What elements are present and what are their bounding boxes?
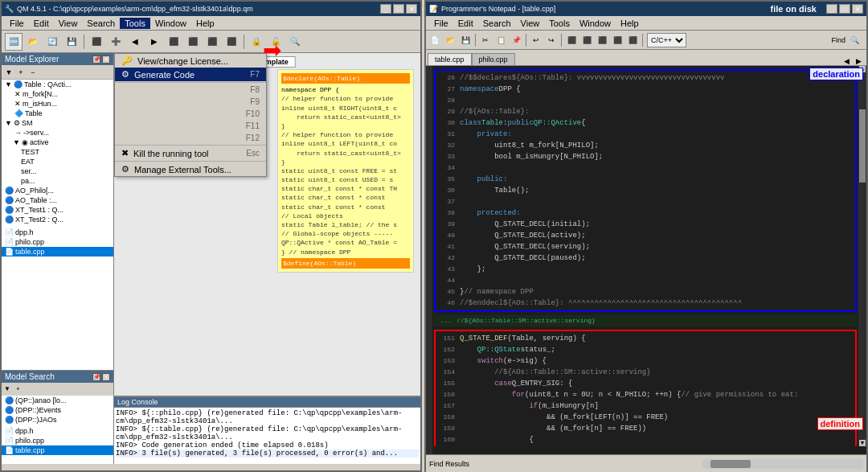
menu-edit[interactable]: Edit	[29, 18, 54, 29]
minimize-button[interactable]: _	[380, 4, 391, 14]
scroll-down-btn[interactable]: ▼	[859, 440, 866, 446]
panel-pin-button[interactable]: 📌	[92, 55, 100, 64]
dropdown-f9[interactable]: F9	[115, 96, 266, 108]
notepad-menu-help[interactable]: Help	[616, 18, 644, 29]
notepad-new-btn[interactable]: 📄	[428, 32, 442, 48]
vertical-scrollbar[interactable]: ▲ ▼	[858, 66, 866, 446]
toolbar-btn9[interactable]: 🔍	[286, 33, 304, 51]
toolbar-btn1[interactable]: ⬛	[88, 33, 105, 51]
tree-item-sm[interactable]: ▼ ⚙ SM	[2, 118, 113, 128]
notepad-close-btn[interactable]: ✕	[852, 4, 863, 14]
menu-window[interactable]: Window	[150, 18, 191, 29]
dropdown-kill-tool[interactable]: ✖ Kill the running tool Esc	[115, 146, 266, 160]
search-result-qp-janao[interactable]: 🔵(QP::)anao [lo...	[2, 396, 113, 405]
find-button[interactable]: 🔍	[847, 32, 862, 48]
menu-help[interactable]: Help	[191, 18, 219, 29]
dropdown-f11[interactable]: F11	[115, 120, 266, 132]
dropdown-manage-external[interactable]: ⚙ Manage External Tools...	[115, 162, 266, 176]
toolbar-open[interactable]: 📂	[24, 33, 42, 51]
tree-item-pa[interactable]: pa...	[18, 176, 113, 186]
notepad-btn4[interactable]: ⬛	[610, 32, 624, 48]
tree-item-philo-cpp[interactable]: 📄 philo.cpp	[2, 237, 113, 247]
code-content-area[interactable]: 26 //$$declares${AOs::Table}: vvvvvvvvvv…	[432, 66, 858, 446]
search-btn2[interactable]: +	[15, 384, 27, 394]
notepad-btn2[interactable]: ⬛	[579, 32, 594, 48]
tree-item-xt-test2[interactable]: 🔵 XT_Test2 : Q...	[2, 215, 113, 224]
menu-view[interactable]: View	[54, 18, 83, 29]
language-selector[interactable]: C/C++	[647, 33, 686, 47]
dropdown-generate-code[interactable]: ⚙ Generate Code F7	[115, 68, 266, 81]
toolbar-btn4[interactable]: ▶	[145, 33, 163, 51]
tree-item-ser[interactable]: ser...	[18, 166, 113, 176]
notepad-menu-file[interactable]: File	[429, 18, 453, 29]
notepad-menu-view[interactable]: View	[516, 18, 545, 29]
notepad-menu-edit[interactable]: Edit	[453, 18, 478, 29]
tab-table-cpp[interactable]: table.cpp	[428, 53, 472, 65]
notepad-open-btn[interactable]: 📂	[443, 32, 457, 48]
maximize-button[interactable]: □	[393, 4, 404, 14]
search-btn1[interactable]: ▼	[3, 384, 14, 394]
menu-tools[interactable]: Tools	[120, 18, 150, 29]
tree-item-m-ishun[interactable]: ✕ m_isHun...	[2, 99, 113, 109]
toolbar-btn3[interactable]: ◀	[126, 33, 144, 51]
notepad-menu-search[interactable]: Search	[478, 18, 516, 29]
dropdown-view-license[interactable]: 🔑 View/change License...	[115, 54, 266, 68]
tree-item-test[interactable]: TEST	[18, 147, 113, 157]
search-result-dpp-h[interactable]: 📄dpp.h	[2, 426, 113, 436]
tree-item-serv[interactable]: → ->serv...	[2, 128, 113, 137]
scroll-thumb[interactable]	[859, 109, 866, 183]
dropdown-f12[interactable]: F12	[115, 132, 266, 144]
search-result-dpp-events[interactable]: 🔵(DPP::)Events	[2, 405, 113, 415]
notepad-copy-btn[interactable]: 📋	[493, 32, 508, 48]
tree-item-xt-test1[interactable]: 🔵 XT_Test1 : Q...	[2, 205, 113, 215]
toolbar-btn5[interactable]: ⬛	[165, 33, 182, 51]
tree-item-dpp-h[interactable]: 📄 dpp.h	[2, 228, 113, 237]
search-result-philo-cpp[interactable]: 📄philo.cpp	[2, 436, 113, 445]
menu-file[interactable]: File	[5, 18, 29, 29]
tab-nav-left[interactable]: ◀	[841, 57, 853, 65]
toolbar-btn8[interactable]: ⬛	[223, 33, 240, 51]
toolbar-refresh[interactable]: 🔄	[43, 33, 61, 51]
search-close-button[interactable]: ✕	[102, 373, 110, 381]
notepad-maximize-btn[interactable]: □	[839, 4, 850, 14]
search-result-table-cpp[interactable]: 📄table.cpp	[2, 445, 113, 455]
notepad-undo-btn[interactable]: ↩	[529, 32, 543, 48]
toolbar-save[interactable]: 💾	[63, 33, 80, 51]
panel-close-button[interactable]: ✕	[102, 55, 110, 64]
scroll-h-thumb[interactable]	[710, 460, 751, 468]
notepad-paste-btn[interactable]: 📌	[509, 32, 523, 48]
notepad-save-btn[interactable]: 💾	[458, 32, 473, 48]
tab-philo-cpp[interactable]: philo.cpp	[472, 53, 515, 65]
tree-item-m-fork[interactable]: ✕ m_fork[N...	[2, 89, 113, 99]
scrollbar-track[interactable]	[426, 66, 432, 454]
notepad-minimize-btn[interactable]: _	[826, 4, 837, 14]
close-button[interactable]: ✕	[406, 4, 417, 14]
tab-nav-right[interactable]: ▶	[853, 57, 865, 65]
explorer-expand-btn[interactable]: +	[15, 67, 27, 78]
toolbar-btn2[interactable]: ➕	[107, 33, 125, 51]
notepad-scrollbar-h[interactable]	[702, 459, 863, 469]
notepad-redo-btn[interactable]: ↪	[544, 32, 559, 48]
toolbar-new[interactable]: 🆕	[5, 33, 23, 51]
dropdown-f8[interactable]: F8	[115, 84, 266, 96]
tree-item-ao-table[interactable]: 🔵 AO_Table :...	[2, 195, 113, 205]
notepad-menu-tools[interactable]: Tools	[544, 18, 575, 29]
search-pin-button[interactable]: 📌	[92, 373, 100, 381]
tree-item-active[interactable]: ▼ ◉ active	[2, 137, 113, 147]
menu-search[interactable]: Search	[82, 18, 120, 29]
tree-item-table[interactable]: 🔷 Table	[2, 109, 113, 118]
notepad-cut-btn[interactable]: ✂	[478, 32, 493, 48]
notepad-menu-window[interactable]: Window	[575, 18, 616, 29]
explorer-collapse-btn[interactable]: −	[27, 67, 39, 78]
tree-item-eat[interactable]: EAT	[18, 157, 113, 166]
explorer-add-btn[interactable]: ▼	[3, 67, 14, 78]
dropdown-f10[interactable]: F10	[115, 108, 266, 120]
tree-item-table-qacti[interactable]: ▼ 🔵 Table : QActi...	[2, 80, 113, 89]
toolbar-btn6[interactable]: ⬛	[184, 33, 202, 51]
tree-item-ao-philo[interactable]: 🔵 AO_Philo[...	[2, 186, 113, 195]
notepad-btn3[interactable]: ⬛	[595, 32, 609, 48]
tree-item-table-cpp[interactable]: 📄 table.cpp	[2, 247, 113, 257]
search-result-dpp-jaos[interactable]: 🔵(DPP::)JAOs	[2, 415, 113, 425]
notepad-btn5[interactable]: ⬛	[625, 32, 640, 48]
notepad-btn1[interactable]: ⬛	[564, 32, 579, 48]
